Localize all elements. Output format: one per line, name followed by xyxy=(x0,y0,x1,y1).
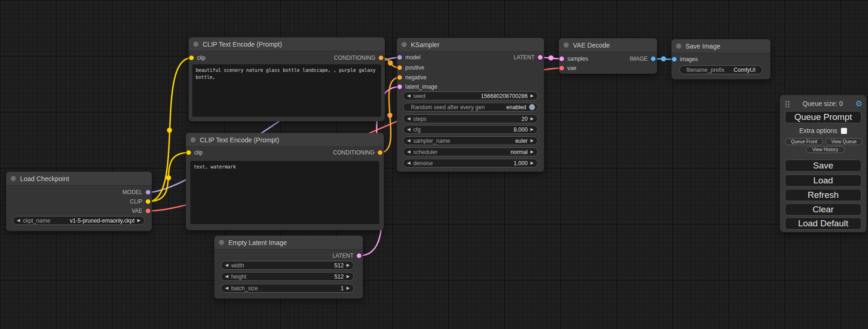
decrement-icon[interactable]: ◀ xyxy=(17,218,20,223)
widget-label: sampler_name xyxy=(413,138,450,144)
input-port-clip[interactable] xyxy=(189,56,194,60)
node-clip-text-encode-negative[interactable]: CLIP Text Encode (Prompt) clip CONDITION… xyxy=(186,133,384,230)
widget-value: 8.000 xyxy=(514,126,528,133)
widget-denoise[interactable]: ◀ denoise 1.000 ▶ xyxy=(403,159,538,168)
node-graph-canvas[interactable]: Load Checkpoint MODEL CLIP VAE ◀ ckpt_na… xyxy=(0,0,868,329)
increment-icon[interactable]: ▶ xyxy=(530,150,534,154)
collapse-dot-icon[interactable] xyxy=(676,43,681,49)
input-label-vae: vae xyxy=(567,65,576,71)
node-clip-text-encode-positive[interactable]: CLIP Text Encode (Prompt) clip CONDITION… xyxy=(189,37,385,121)
toggle-dot-icon[interactable] xyxy=(529,104,535,110)
collapse-dot-icon[interactable] xyxy=(11,176,16,181)
node-titlebar[interactable]: KSampler xyxy=(397,38,544,52)
input-label-negative: negative xyxy=(405,74,426,81)
decrement-icon[interactable]: ◀ xyxy=(407,150,410,154)
output-port-latent[interactable] xyxy=(538,55,543,60)
increment-icon[interactable]: ▶ xyxy=(530,117,534,121)
collapse-dot-icon[interactable] xyxy=(564,42,569,48)
node-vae-decode[interactable]: VAE Decode samples IMAGE vae xyxy=(559,38,657,74)
widget-width[interactable]: ◀ width 512 ▶ xyxy=(221,261,354,270)
positive-prompt-textarea[interactable]: beautiful scenery nature glass bottle la… xyxy=(192,64,381,117)
widget-random-seed-toggle[interactable]: Random seed after every gen enabled xyxy=(403,103,538,112)
widget-height[interactable]: ◀ height 512 ▶ xyxy=(221,272,354,281)
port-row: MODEL xyxy=(7,188,150,197)
widget-ckpt-name[interactable]: ◀ ckpt_name v1-5-pruned-emaonly.ckpt ▶ xyxy=(13,216,145,225)
collapse-dot-icon[interactable] xyxy=(219,240,224,245)
clear-button[interactable]: Clear xyxy=(785,203,861,216)
settings-gear-icon[interactable]: ⚙ xyxy=(855,100,862,108)
input-port-vae[interactable] xyxy=(559,66,564,70)
node-titlebar[interactable]: Save Image xyxy=(671,39,770,53)
input-port-clip[interactable] xyxy=(186,150,191,155)
save-button[interactable]: Save xyxy=(785,160,861,172)
widget-value: 512 xyxy=(334,273,344,280)
widget-value: 156680208700286 xyxy=(481,93,528,99)
widget-steps[interactable]: ◀ steps 20 ▶ xyxy=(403,114,538,123)
node-titlebar[interactable]: CLIP Text Encode (Prompt) xyxy=(189,37,385,51)
node-titlebar[interactable]: VAE Decode xyxy=(559,38,657,52)
collapse-dot-icon[interactable] xyxy=(402,42,407,47)
widget-sampler-name[interactable]: ◀ sampler_name euler ▶ xyxy=(403,136,538,145)
input-port-latent-image[interactable] xyxy=(397,84,402,89)
widget-cfg[interactable]: ◀ cfg 8.000 ▶ xyxy=(403,125,538,134)
node-ksampler[interactable]: KSampler model LATENT positive negative … xyxy=(397,38,544,172)
output-port-conditioning[interactable] xyxy=(378,150,382,155)
node-save-image[interactable]: Save Image images filename_prefix ComfyU… xyxy=(671,39,770,79)
output-port-model[interactable] xyxy=(146,190,150,195)
output-port-clip[interactable] xyxy=(146,199,150,204)
extra-options-checkbox[interactable] xyxy=(841,128,847,134)
load-button[interactable]: Load xyxy=(785,175,861,187)
queue-front-button[interactable]: Queue Front xyxy=(785,138,823,145)
widget-label: width xyxy=(231,262,244,269)
negative-prompt-textarea[interactable]: text, watermark xyxy=(191,161,379,224)
decrement-icon[interactable]: ◀ xyxy=(407,139,410,143)
input-port-images[interactable] xyxy=(672,57,677,62)
output-port-latent[interactable] xyxy=(357,253,361,258)
collapse-dot-icon[interactable] xyxy=(193,42,198,47)
view-history-button[interactable]: View History xyxy=(806,146,845,153)
increment-icon[interactable]: ▶ xyxy=(346,263,350,267)
widget-filename-prefix[interactable]: filename_prefix ComfyUI xyxy=(679,65,762,74)
input-label-clip: clip xyxy=(194,149,203,156)
extra-options-row: Extra options xyxy=(780,127,866,134)
decrement-icon[interactable]: ◀ xyxy=(407,161,410,165)
port-row: CLIP xyxy=(7,197,150,206)
view-queue-button[interactable]: View Queue xyxy=(826,138,862,145)
load-default-button[interactable]: Load Default xyxy=(785,217,861,230)
input-port-negative[interactable] xyxy=(397,75,402,80)
increment-icon[interactable]: ▶ xyxy=(137,218,141,223)
output-port-vae[interactable] xyxy=(146,209,150,213)
increment-icon[interactable]: ▶ xyxy=(530,94,534,98)
decrement-icon[interactable]: ◀ xyxy=(225,263,228,267)
increment-icon[interactable]: ▶ xyxy=(346,274,350,279)
node-titlebar[interactable]: Empty Latent Image xyxy=(214,236,363,250)
node-empty-latent-image[interactable]: Empty Latent Image LATENT ◀ width 512 ▶ … xyxy=(214,236,363,299)
decrement-icon[interactable]: ◀ xyxy=(225,274,228,279)
increment-icon[interactable]: ▶ xyxy=(346,286,350,290)
collapse-dot-icon[interactable] xyxy=(191,137,196,142)
widget-label: cfg xyxy=(413,126,421,133)
increment-icon[interactable]: ▶ xyxy=(530,161,534,165)
drag-handle-icon[interactable] xyxy=(785,100,790,107)
node-title: Save Image xyxy=(685,42,720,50)
widget-batch-size[interactable]: ◀ batch_size 1 ▶ xyxy=(221,284,354,293)
output-port-conditioning[interactable] xyxy=(379,56,383,60)
decrement-icon[interactable]: ◀ xyxy=(407,94,410,98)
node-titlebar[interactable]: CLIP Text Encode (Prompt) xyxy=(186,133,384,147)
node-titlebar[interactable]: Load Checkpoint xyxy=(6,172,152,186)
output-port-image[interactable] xyxy=(651,56,656,61)
widget-seed[interactable]: ◀ seed 156680208700286 ▶ xyxy=(403,91,538,100)
increment-icon[interactable]: ▶ xyxy=(530,139,534,143)
widget-scheduler[interactable]: ◀ scheduler normal ▶ xyxy=(403,147,538,156)
decrement-icon[interactable]: ◀ xyxy=(225,286,228,290)
input-port-positive[interactable] xyxy=(397,65,402,70)
input-port-model[interactable] xyxy=(397,55,402,60)
node-load-checkpoint[interactable]: Load Checkpoint MODEL CLIP VAE ◀ ckpt_na… xyxy=(6,172,152,231)
decrement-icon[interactable]: ◀ xyxy=(407,117,410,121)
decrement-icon[interactable]: ◀ xyxy=(407,127,410,132)
input-port-samples[interactable] xyxy=(559,56,564,61)
node-title: Load Checkpoint xyxy=(20,175,69,182)
refresh-button[interactable]: Refresh xyxy=(785,189,861,201)
queue-prompt-button[interactable]: Queue Prompt xyxy=(785,111,861,123)
increment-icon[interactable]: ▶ xyxy=(530,127,534,132)
